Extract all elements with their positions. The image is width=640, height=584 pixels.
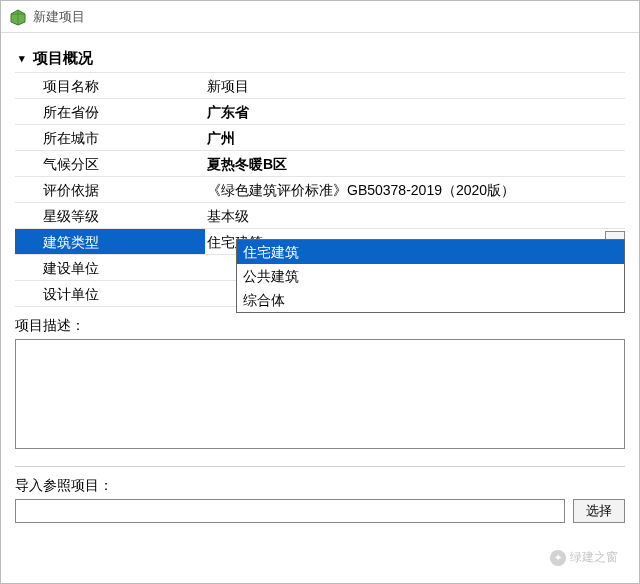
row-climate[interactable]: 气候分区 夏热冬暖B区 xyxy=(15,151,625,177)
import-label: 导入参照项目： xyxy=(15,477,625,495)
value-basis[interactable]: 《绿色建筑评价标准》GB50378-2019（2020版） xyxy=(205,177,625,202)
value-star[interactable]: 基本级 xyxy=(205,203,625,228)
section-title: 项目概况 xyxy=(33,49,93,68)
label-design-unit: 设计单位 xyxy=(15,281,205,306)
divider xyxy=(15,466,625,467)
chevron-down-icon: ▾ xyxy=(15,52,29,65)
label-province: 所在省份 xyxy=(15,99,205,124)
label-basis: 评价依据 xyxy=(15,177,205,202)
dropdown-option[interactable]: 公共建筑 xyxy=(237,264,624,288)
title-bar: 新建项目 xyxy=(1,1,639,33)
label-building-type: 建筑类型 xyxy=(15,229,205,254)
label-city: 所在城市 xyxy=(15,125,205,150)
browse-button[interactable]: 选择 xyxy=(573,499,625,523)
import-path-input[interactable] xyxy=(15,499,565,523)
value-climate[interactable]: 夏热冬暖B区 xyxy=(205,151,625,176)
description-label: 项目描述： xyxy=(15,317,625,335)
dropdown-option[interactable]: 综合体 xyxy=(237,288,624,312)
section-header[interactable]: ▾ 项目概况 xyxy=(15,45,625,72)
label-construction-unit: 建设单位 xyxy=(15,255,205,280)
row-star[interactable]: 星级等级 基本级 xyxy=(15,203,625,229)
app-icon xyxy=(9,8,27,26)
value-province[interactable]: 广东省 xyxy=(205,99,625,124)
dialog-window: 新建项目 ▾ 项目概况 项目名称 新项目 所在省份 广东省 所在城市 广州 气候… xyxy=(0,0,640,584)
label-project-name: 项目名称 xyxy=(15,73,205,98)
row-city[interactable]: 所在城市 广州 xyxy=(15,125,625,151)
row-project-name[interactable]: 项目名称 新项目 xyxy=(15,73,625,99)
dropdown-list: 住宅建筑 公共建筑 综合体 xyxy=(236,239,625,313)
row-basis[interactable]: 评价依据 《绿色建筑评价标准》GB50378-2019（2020版） xyxy=(15,177,625,203)
value-city[interactable]: 广州 xyxy=(205,125,625,150)
value-project-name[interactable]: 新项目 xyxy=(205,73,625,98)
dropdown-option[interactable]: 住宅建筑 xyxy=(237,240,624,264)
label-climate: 气候分区 xyxy=(15,151,205,176)
label-star: 星级等级 xyxy=(15,203,205,228)
window-title: 新建项目 xyxy=(33,8,85,26)
import-row: 选择 xyxy=(15,499,625,523)
description-input[interactable] xyxy=(15,339,625,449)
content-area: ▾ 项目概况 项目名称 新项目 所在省份 广东省 所在城市 广州 气候分区 夏热… xyxy=(1,33,639,523)
row-province[interactable]: 所在省份 广东省 xyxy=(15,99,625,125)
